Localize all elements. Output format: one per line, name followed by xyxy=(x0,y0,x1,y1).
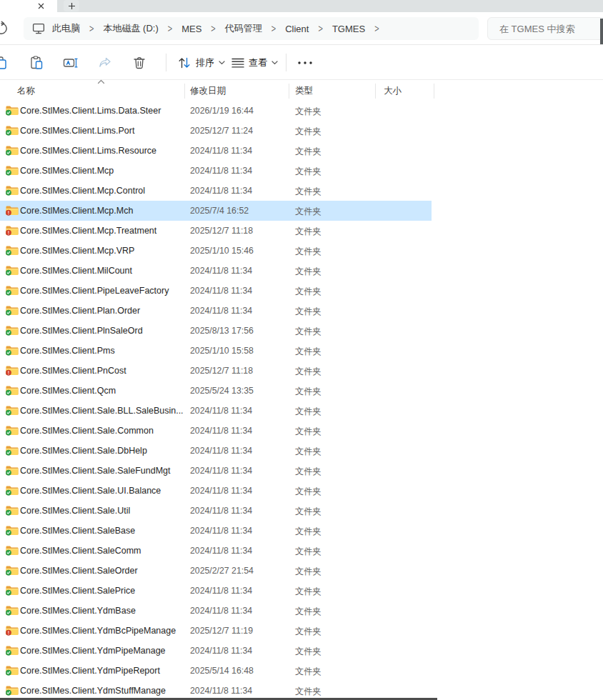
file-name: Core.StlMes.Client.SaleComm xyxy=(20,546,141,556)
breadcrumb-item[interactable]: MES xyxy=(177,21,206,36)
copy-button[interactable] xyxy=(0,55,9,71)
breadcrumb-item[interactable]: Client xyxy=(281,21,313,36)
chevron-down-icon xyxy=(271,61,278,65)
chevron-right-icon[interactable]: > xyxy=(168,24,172,34)
table-row[interactable]: Core.StlMes.Client.Sale.BLL.SaleBusin...… xyxy=(0,401,603,421)
file-date: 2024/11/8 11:34 xyxy=(190,166,252,176)
breadcrumb-item[interactable]: TGMES xyxy=(328,21,369,36)
column-header-date[interactable]: 修改日期 xyxy=(190,85,226,97)
status-ok-badge xyxy=(6,690,11,695)
breadcrumb-item[interactable]: 本地磁盘 (D:) xyxy=(99,20,162,37)
table-row[interactable]: Core.StlMes.Client.YdmBase 2024/11/8 11:… xyxy=(0,601,603,621)
toolbar-divider xyxy=(166,54,166,71)
column-divider[interactable] xyxy=(289,84,289,99)
chevron-right-icon[interactable]: > xyxy=(211,24,215,34)
status-ok-badge xyxy=(6,330,11,335)
column-divider[interactable] xyxy=(434,84,434,99)
table-row[interactable]: Core.StlMes.Client.SalePrice 2024/11/8 1… xyxy=(0,581,603,601)
column-header-name[interactable]: 名称 xyxy=(17,85,35,97)
table-row[interactable]: Core.StlMes.Client.PlnSaleOrd 2025/8/13 … xyxy=(0,321,603,341)
column-header-type[interactable]: 类型 xyxy=(295,85,313,97)
table-row[interactable]: Core.StlMes.Client.Qcm 2025/5/24 13:35 文… xyxy=(0,381,603,401)
table-row[interactable]: Core.StlMes.Client.Mcp.Control 2024/11/8… xyxy=(0,181,603,201)
chevron-right-icon[interactable]: > xyxy=(374,24,379,34)
column-header-size[interactable]: 大小 xyxy=(384,85,402,97)
table-row[interactable]: Core.StlMes.Client.Sale.DbHelp 2024/11/8… xyxy=(0,441,603,461)
view-button[interactable]: 查看 xyxy=(227,52,282,74)
sort-button[interactable]: 排序 xyxy=(173,52,229,74)
folder-icon xyxy=(6,145,19,156)
table-row[interactable]: Core.StlMes.Client.YdmBcPipeManage 2025/… xyxy=(0,621,603,641)
breadcrumb-item[interactable]: 代码管理 xyxy=(221,20,266,37)
file-type: 文件夹 xyxy=(295,186,322,198)
table-row[interactable]: Core.StlMes.Client.YdmStuffManage 2024/1… xyxy=(0,681,603,700)
file-type: 文件夹 xyxy=(295,486,322,498)
delete-button[interactable] xyxy=(131,55,147,71)
file-name: Core.StlMes.Client.SalePrice xyxy=(20,586,135,596)
table-row[interactable]: Core.StlMes.Client.Mcp.VRP 2025/1/10 15:… xyxy=(0,241,603,261)
file-date: 2024/11/8 11:34 xyxy=(190,606,252,616)
file-name: Core.StlMes.Client.YdmBase xyxy=(20,606,136,616)
paste-button[interactable] xyxy=(29,55,44,71)
file-date: 2024/11/8 11:34 xyxy=(190,506,252,516)
file-name: Core.StlMes.Client.Plan.Order xyxy=(20,306,140,316)
table-row[interactable]: Core.StlMes.Client.Plan.Order 2024/11/8 … xyxy=(0,301,603,321)
table-row[interactable]: Core.StlMes.Client.PnCost 2025/12/7 11:1… xyxy=(0,361,603,381)
table-row[interactable]: Core.StlMes.Client.Mcp.Treatment 2025/12… xyxy=(0,221,603,241)
rename-button[interactable] xyxy=(63,55,79,71)
file-date: 2024/11/8 11:34 xyxy=(190,426,252,436)
folder-icon xyxy=(6,665,19,676)
table-row[interactable]: Core.StlMes.Client.YdmPipeManage 2024/11… xyxy=(0,641,603,661)
file-name: Core.StlMes.Client.Sale.BLL.SaleBusin... xyxy=(20,406,184,416)
more-options-button[interactable] xyxy=(296,55,314,71)
file-date: 2024/11/8 11:34 xyxy=(190,146,252,156)
table-row[interactable]: Core.StlMes.Client.Sale.UI.Balance 2024/… xyxy=(0,481,603,501)
column-divider[interactable] xyxy=(375,84,376,99)
breadcrumb: 此电脑>本地磁盘 (D:)>MES>代码管理>Client>TGMES> xyxy=(48,20,384,37)
table-row[interactable]: Core.StlMes.Client.Mcp 2024/11/8 11:34 文… xyxy=(0,161,603,181)
file-date: 2025/7/4 16:52 xyxy=(190,206,249,216)
table-row[interactable]: Core.StlMes.Client.Pms 2025/1/10 15:58 文… xyxy=(0,341,603,361)
table-row[interactable]: Core.StlMes.Client.Lims.Resource 2024/11… xyxy=(0,141,603,161)
breadcrumb-bar[interactable]: 此电脑>本地磁盘 (D:)>MES>代码管理>Client>TGMES> xyxy=(24,17,479,40)
table-row[interactable]: Core.StlMes.Client.Lims.Port 2025/12/7 1… xyxy=(0,121,603,141)
table-row[interactable]: Core.StlMes.Client.Sale.Util 2024/11/8 1… xyxy=(0,501,603,521)
file-name: Core.StlMes.Client.MilCount xyxy=(20,266,132,276)
table-row[interactable]: Core.StlMes.Client.Lims.Data.Steer 2026/… xyxy=(0,101,603,121)
search-box[interactable] xyxy=(487,17,603,40)
file-type: 文件夹 xyxy=(295,426,322,438)
table-row[interactable]: Core.StlMes.Client.SaleComm 2024/11/8 11… xyxy=(0,541,603,561)
tab-close-button[interactable] xyxy=(36,1,46,11)
table-row[interactable]: Core.StlMes.Client.Sale.Common 2024/11/8… xyxy=(0,421,603,441)
file-type: 文件夹 xyxy=(295,246,322,258)
table-row[interactable]: Core.StlMes.Client.MilCount 2024/11/8 11… xyxy=(0,261,603,281)
file-type: 文件夹 xyxy=(295,406,322,418)
chevron-right-icon[interactable]: > xyxy=(89,24,94,34)
table-row[interactable]: Core.StlMes.Client.Mcp.Mch 2025/7/4 16:5… xyxy=(0,201,603,221)
folder-icon xyxy=(6,205,19,216)
file-name: Core.StlMes.Client.SaleOrder xyxy=(20,566,138,576)
status-ok-badge xyxy=(6,590,11,595)
file-name: Core.StlMes.Client.Lims.Data.Steer xyxy=(20,106,161,116)
file-date: 2025/12/7 11:19 xyxy=(190,626,253,636)
table-row[interactable]: Core.StlMes.Client.SaleOrder 2025/2/27 2… xyxy=(0,561,603,581)
file-type: 文件夹 xyxy=(295,566,322,578)
refresh-icon[interactable] xyxy=(0,21,9,36)
breadcrumb-item[interactable]: 此电脑 xyxy=(48,20,84,37)
table-row[interactable]: Core.StlMes.Client.Sale.SaleFundMgt 2024… xyxy=(0,461,603,481)
share-button[interactable] xyxy=(97,55,113,71)
table-row[interactable]: Core.StlMes.Client.PipeLeaveFactory 2024… xyxy=(0,281,603,301)
file-name: Core.StlMes.Client.Sale.DbHelp xyxy=(20,446,147,456)
file-date: 2025/1/10 15:46 xyxy=(190,246,254,256)
status-ok-badge xyxy=(6,670,11,675)
table-row[interactable]: Core.StlMes.Client.YdmPipeReport 2025/5/… xyxy=(0,661,603,681)
active-tab[interactable] xyxy=(0,0,57,12)
folder-icon xyxy=(6,305,19,316)
search-input[interactable] xyxy=(488,24,592,34)
new-tab-button[interactable] xyxy=(64,0,79,11)
chevron-right-icon[interactable]: > xyxy=(318,24,322,34)
status-ok-badge xyxy=(6,570,11,575)
chevron-right-icon[interactable]: > xyxy=(271,24,276,34)
column-divider[interactable] xyxy=(184,84,185,99)
table-row[interactable]: Core.StlMes.Client.SaleBase 2024/11/8 11… xyxy=(0,521,603,541)
